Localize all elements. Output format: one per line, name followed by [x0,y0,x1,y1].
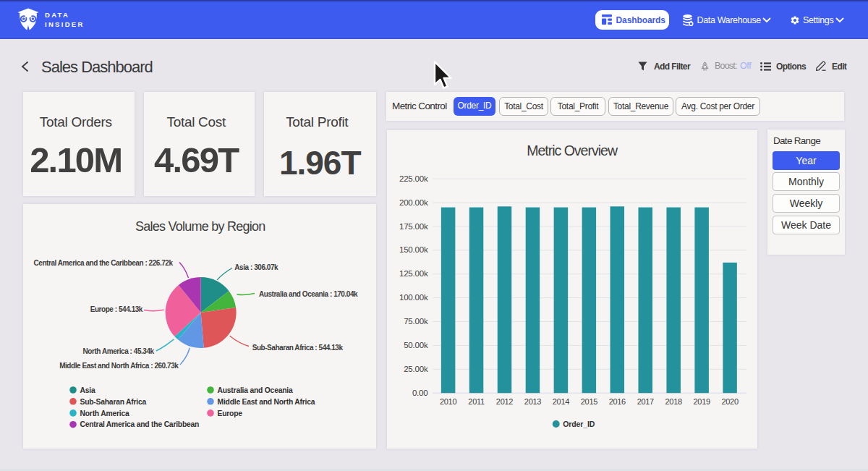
svg-text:125.00k: 125.00k [399,269,428,278]
svg-text:Sub-Saharan Africa : 544.13k: Sub-Saharan Africa : 544.13k [252,344,344,352]
svg-text:Europe : 544.13k: Europe : 544.13k [90,305,143,313]
svg-text:Sales Volume by Region: Sales Volume by Region [135,219,265,234]
svg-text:2017: 2017 [637,397,654,406]
svg-text:225.00k: 225.00k [399,174,428,183]
svg-text:North America: North America [80,410,129,417]
svg-text:2014: 2014 [553,397,569,406]
svg-text:Europe: Europe [218,410,243,417]
svg-text:200.00k: 200.00k [399,198,428,207]
svg-text:Central America and the Caribb: Central America and the Caribbean : 226.… [34,259,174,267]
svg-text:Metric Overview: Metric Overview [527,143,618,158]
svg-text:Sub-Saharan Africa: Sub-Saharan Africa [80,398,147,406]
svg-text:Order_ID: Order_ID [563,420,595,428]
svg-text:2019: 2019 [694,397,710,406]
svg-text:Asia : 306.07k: Asia : 306.07k [234,263,278,271]
svg-text:Asia: Asia [80,386,95,394]
svg-text:2010: 2010 [440,397,456,406]
svg-text:2012: 2012 [496,397,513,406]
svg-text:2016: 2016 [609,397,626,406]
svg-text:2020: 2020 [721,397,738,406]
svg-text:175.00k: 175.00k [399,222,428,231]
svg-text:Middle East and North Africa: Middle East and North Africa [218,398,315,406]
svg-text:25.00k: 25.00k [404,365,428,373]
svg-text:75.00k: 75.00k [404,317,428,326]
svg-text:0.00: 0.00 [412,389,428,397]
svg-text:Central America and the Caribb: Central America and the Caribbean [80,420,200,428]
svg-text:2013: 2013 [524,397,541,406]
svg-text:Middle East and North Africa :: Middle East and North Africa : 260.73k [59,362,179,370]
svg-text:50.00k: 50.00k [404,341,428,349]
svg-text:Australia and Oceania: Australia and Oceania [218,386,293,394]
svg-text:150.00k: 150.00k [399,245,428,254]
svg-text:2018: 2018 [665,397,682,406]
svg-text:Australia and Oceania : 170.04: Australia and Oceania : 170.04k [259,290,358,298]
svg-text:100.00k: 100.00k [399,293,428,302]
svg-text:North America : 45.34k: North America : 45.34k [83,347,155,355]
svg-text:2015: 2015 [581,397,597,406]
svg-text:2011: 2011 [468,397,485,406]
